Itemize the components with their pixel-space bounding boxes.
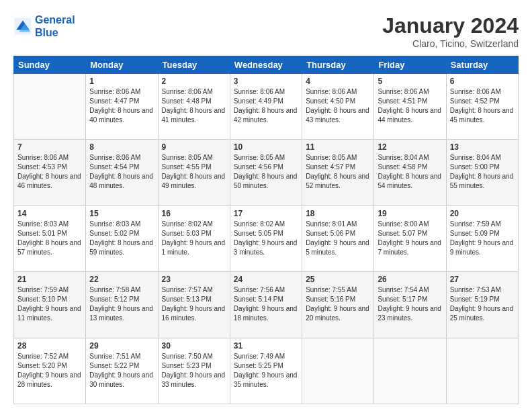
day-cell — [302, 338, 374, 404]
day-number: 3 — [234, 77, 298, 86]
day-cell: 12Sunrise: 8:04 AMSunset: 4:58 PMDayligh… — [374, 140, 446, 205]
day-info: Sunrise: 8:06 AMSunset: 4:49 PMDaylight:… — [234, 87, 298, 125]
day-info: Sunrise: 8:06 AMSunset: 4:47 PMDaylight:… — [89, 87, 154, 125]
day-info: Sunrise: 7:51 AMSunset: 5:22 PMDaylight:… — [89, 352, 154, 390]
day-cell: 18Sunrise: 8:01 AMSunset: 5:06 PMDayligh… — [302, 205, 374, 271]
day-info: Sunrise: 8:02 AMSunset: 5:03 PMDaylight:… — [162, 220, 226, 257]
day-cell: 27Sunrise: 7:53 AMSunset: 5:19 PMDayligh… — [446, 272, 518, 338]
header-cell-sunday: Sunday — [14, 56, 86, 74]
day-cell: 22Sunrise: 7:58 AMSunset: 5:12 PMDayligh… — [86, 272, 158, 338]
day-cell: 17Sunrise: 8:02 AMSunset: 5:05 PMDayligh… — [230, 205, 302, 271]
day-info: Sunrise: 7:54 AMSunset: 5:17 PMDaylight:… — [378, 285, 442, 323]
header-cell-thursday: Thursday — [302, 56, 374, 74]
day-number: 30 — [162, 341, 226, 351]
day-cell: 20Sunrise: 7:59 AMSunset: 5:09 PMDayligh… — [446, 205, 518, 271]
day-cell: 8Sunrise: 8:06 AMSunset: 4:54 PMDaylight… — [86, 140, 158, 205]
day-number: 17 — [234, 209, 298, 218]
day-info: Sunrise: 8:05 AMSunset: 4:56 PMDaylight:… — [234, 153, 298, 191]
day-info: Sunrise: 8:06 AMSunset: 4:48 PMDaylight:… — [162, 87, 226, 125]
day-number: 16 — [162, 209, 226, 218]
day-number: 6 — [450, 77, 515, 86]
location-subtitle: Claro, Ticino, Switzerland — [382, 38, 519, 49]
day-info: Sunrise: 7:58 AMSunset: 5:12 PMDaylight:… — [89, 285, 154, 323]
day-info: Sunrise: 8:04 AMSunset: 5:00 PMDaylight:… — [450, 153, 515, 191]
day-cell: 7Sunrise: 8:06 AMSunset: 4:53 PMDaylight… — [14, 140, 86, 205]
day-cell: 14Sunrise: 8:03 AMSunset: 5:01 PMDayligh… — [14, 205, 86, 271]
day-number: 4 — [306, 77, 370, 86]
day-cell: 4Sunrise: 8:06 AMSunset: 4:50 PMDaylight… — [302, 74, 374, 140]
day-cell: 30Sunrise: 7:50 AMSunset: 5:23 PMDayligh… — [158, 338, 230, 404]
title-block: January 2024 Claro, Ticino, Switzerland — [382, 13, 519, 49]
day-cell — [446, 338, 518, 404]
day-info: Sunrise: 8:01 AMSunset: 5:06 PMDaylight:… — [306, 220, 370, 257]
day-cell: 3Sunrise: 8:06 AMSunset: 4:49 PMDaylight… — [230, 74, 302, 140]
day-cell: 10Sunrise: 8:05 AMSunset: 4:56 PMDayligh… — [230, 140, 302, 205]
day-number: 29 — [89, 341, 154, 351]
day-cell: 9Sunrise: 8:05 AMSunset: 4:55 PMDaylight… — [158, 140, 230, 205]
day-number: 24 — [234, 275, 298, 284]
day-info: Sunrise: 7:50 AMSunset: 5:23 PMDaylight:… — [162, 352, 226, 390]
day-info: Sunrise: 7:55 AMSunset: 5:16 PMDaylight:… — [306, 285, 370, 323]
header-row: SundayMondayTuesdayWednesdayThursdayFrid… — [14, 56, 519, 74]
day-info: Sunrise: 8:06 AMSunset: 4:52 PMDaylight:… — [450, 87, 515, 125]
day-number: 1 — [89, 77, 154, 86]
day-info: Sunrise: 8:06 AMSunset: 4:51 PMDaylight:… — [378, 87, 442, 125]
day-cell — [374, 338, 446, 404]
day-number: 31 — [234, 341, 298, 351]
week-row-4: 21Sunrise: 7:59 AMSunset: 5:10 PMDayligh… — [14, 272, 519, 338]
day-info: Sunrise: 8:05 AMSunset: 4:57 PMDaylight:… — [306, 153, 370, 191]
day-cell: 11Sunrise: 8:05 AMSunset: 4:57 PMDayligh… — [302, 140, 374, 205]
day-number: 2 — [162, 77, 226, 86]
day-info: Sunrise: 8:02 AMSunset: 5:05 PMDaylight:… — [234, 220, 298, 257]
day-info: Sunrise: 7:59 AMSunset: 5:09 PMDaylight:… — [450, 220, 515, 257]
week-row-3: 14Sunrise: 8:03 AMSunset: 5:01 PMDayligh… — [14, 205, 519, 271]
day-number: 27 — [450, 275, 515, 284]
day-info: Sunrise: 7:52 AMSunset: 5:20 PMDaylight:… — [17, 352, 82, 390]
header-cell-tuesday: Tuesday — [158, 56, 230, 74]
day-number: 7 — [17, 142, 82, 152]
day-number: 25 — [306, 275, 370, 284]
header-cell-friday: Friday — [374, 56, 446, 74]
day-number: 20 — [450, 209, 515, 218]
day-info: Sunrise: 8:03 AMSunset: 5:01 PMDaylight:… — [17, 220, 82, 257]
day-number: 8 — [89, 142, 154, 152]
day-info: Sunrise: 7:49 AMSunset: 5:25 PMDaylight:… — [234, 352, 298, 390]
logo-blue: Blue — [35, 27, 58, 38]
logo-icon — [13, 17, 32, 36]
header-cell-wednesday: Wednesday — [230, 56, 302, 74]
day-number: 21 — [17, 275, 82, 284]
day-cell: 23Sunrise: 7:57 AMSunset: 5:13 PMDayligh… — [158, 272, 230, 338]
day-number: 22 — [89, 275, 154, 284]
month-title: January 2024 — [382, 13, 519, 38]
page: General Blue January 2024 Claro, Ticino,… — [0, 0, 532, 411]
day-cell: 5Sunrise: 8:06 AMSunset: 4:51 PMDaylight… — [374, 74, 446, 140]
day-number: 9 — [162, 142, 226, 152]
day-info: Sunrise: 8:06 AMSunset: 4:50 PMDaylight:… — [306, 87, 370, 125]
day-number: 18 — [306, 209, 370, 218]
day-info: Sunrise: 7:53 AMSunset: 5:19 PMDaylight:… — [450, 285, 515, 323]
day-cell: 15Sunrise: 8:03 AMSunset: 5:02 PMDayligh… — [86, 205, 158, 271]
logo-text: General Blue — [35, 13, 75, 39]
day-info: Sunrise: 7:56 AMSunset: 5:14 PMDaylight:… — [234, 285, 298, 323]
day-info: Sunrise: 8:05 AMSunset: 4:55 PMDaylight:… — [162, 153, 226, 191]
logo-general: General — [35, 14, 75, 26]
day-number: 12 — [378, 142, 442, 152]
day-info: Sunrise: 8:03 AMSunset: 5:02 PMDaylight:… — [89, 220, 154, 257]
day-cell: 24Sunrise: 7:56 AMSunset: 5:14 PMDayligh… — [230, 272, 302, 338]
header: General Blue January 2024 Claro, Ticino,… — [13, 13, 519, 49]
day-info: Sunrise: 8:04 AMSunset: 4:58 PMDaylight:… — [378, 153, 442, 191]
day-number: 23 — [162, 275, 226, 284]
day-number: 15 — [89, 209, 154, 218]
day-cell: 21Sunrise: 7:59 AMSunset: 5:10 PMDayligh… — [14, 272, 86, 338]
week-row-2: 7Sunrise: 8:06 AMSunset: 4:53 PMDaylight… — [14, 140, 519, 205]
header-cell-saturday: Saturday — [446, 56, 518, 74]
day-cell: 26Sunrise: 7:54 AMSunset: 5:17 PMDayligh… — [374, 272, 446, 338]
calendar-table: SundayMondayTuesdayWednesdayThursdayFrid… — [13, 56, 519, 404]
day-info: Sunrise: 7:59 AMSunset: 5:10 PMDaylight:… — [17, 285, 82, 323]
logo: General Blue — [13, 13, 75, 39]
day-number: 10 — [234, 142, 298, 152]
day-cell: 28Sunrise: 7:52 AMSunset: 5:20 PMDayligh… — [14, 338, 86, 404]
day-cell: 19Sunrise: 8:00 AMSunset: 5:07 PMDayligh… — [374, 205, 446, 271]
day-cell — [14, 74, 86, 140]
day-cell: 1Sunrise: 8:06 AMSunset: 4:47 PMDaylight… — [86, 74, 158, 140]
